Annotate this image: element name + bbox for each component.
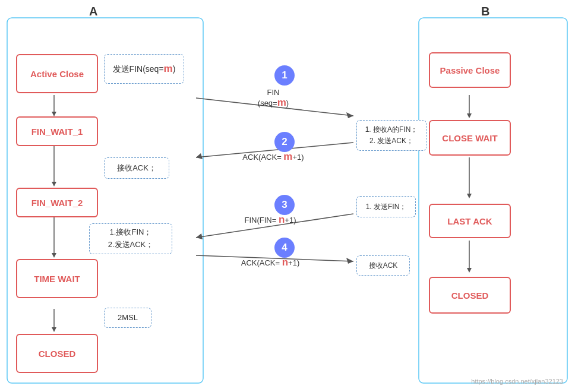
state-closed-a: CLOSED: [16, 334, 98, 373]
svg-marker-11: [467, 113, 472, 118]
action-recv-fin-send-ack-b: 1. 接收A的FIN；2. 发送ACK；: [356, 120, 426, 151]
svg-marker-23: [346, 258, 353, 264]
svg-marker-5: [52, 182, 56, 186]
action-recv-fin-send-ack-a: 1.接收FIN；2.发送ACK；: [89, 223, 172, 254]
action-recv-ack-b: 接收ACK: [356, 255, 410, 276]
state-active-close: Active Close: [16, 54, 98, 93]
title-b: B: [481, 5, 489, 18]
msg-fin-3: FIN(FIN= n+1): [223, 214, 318, 226]
state-time-wait: TIME WAIT: [16, 259, 98, 298]
msg-ack-4: ACK(ACK= n+1): [223, 257, 318, 268]
action-recv-ack-a: 接收ACK；: [104, 157, 169, 179]
action-send-fin-b: 1. 发送FIN；: [356, 196, 416, 217]
svg-marker-19: [196, 153, 203, 159]
svg-marker-17: [346, 112, 353, 118]
svg-marker-15: [467, 268, 472, 273]
watermark: https://blog.csdn.net/xjlan32123: [471, 378, 563, 385]
msg-fin-1: FIN(seq=m): [235, 88, 312, 109]
circle-4: 4: [274, 238, 295, 258]
msg-ack-2: ACK(ACK= m+1): [226, 151, 321, 163]
title-a: A: [89, 5, 97, 18]
circle-2: 2: [274, 132, 295, 152]
action-send-fin-a: 发送FIN(seq=m): [104, 54, 184, 84]
circle-1: 1: [274, 65, 295, 86]
svg-marker-7: [52, 253, 56, 258]
svg-marker-21: [196, 233, 203, 239]
diagram-container: A B Active Close FIN_WAIT_1 发送FIN(seq=m)…: [0, 0, 575, 392]
circle-3: 3: [274, 195, 295, 215]
state-fin-wait-2: FIN_WAIT_2: [16, 188, 98, 217]
svg-marker-13: [467, 194, 472, 198]
state-close-wait: CLOSE WAIT: [429, 120, 511, 156]
state-fin-wait-1: FIN_WAIT_1: [16, 116, 98, 146]
state-closed-b: CLOSED: [429, 277, 511, 314]
action-2msl: 2MSL: [104, 308, 151, 328]
svg-marker-9: [52, 327, 56, 332]
svg-marker-3: [52, 112, 56, 116]
state-passive-close: Passive Close: [429, 52, 511, 88]
state-last-ack: LAST ACK: [429, 204, 511, 238]
